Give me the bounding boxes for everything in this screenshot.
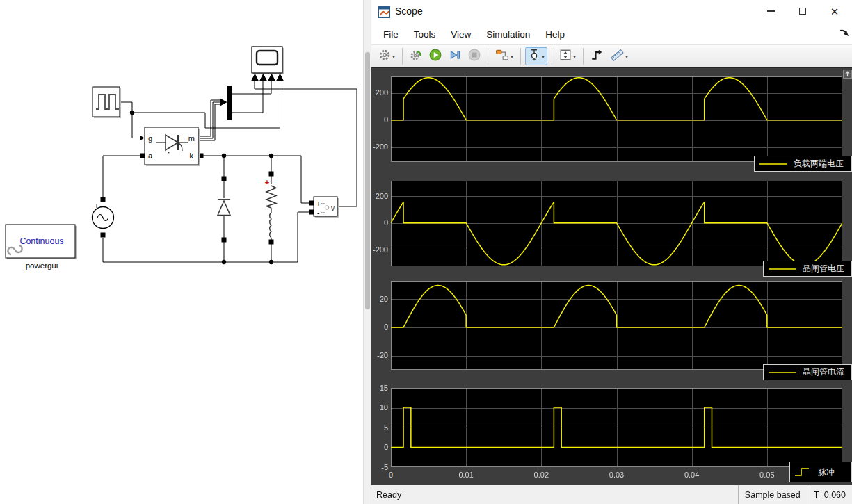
menu-simulation[interactable]: Simulation: [479, 26, 538, 42]
x-tick-label: 0.05: [752, 471, 782, 479]
legend-plot-0: 负载两端电压: [754, 156, 852, 172]
stop-button[interactable]: [465, 47, 483, 65]
element-ports: [101, 154, 314, 245]
minimize-button[interactable]: [753, 0, 788, 22]
legend-label: 晶闸管电压: [803, 263, 844, 275]
wire-cathode-bus[interactable]: [201, 156, 312, 203]
step-forward-button[interactable]: [446, 47, 464, 65]
thyristor-block[interactable]: g a m k: [145, 127, 200, 166]
menu-view[interactable]: View: [443, 26, 479, 42]
menu-tools[interactable]: Tools: [406, 26, 444, 42]
arrow-demux-in: [220, 99, 227, 106]
powergui-block[interactable]: Continuous powergui: [6, 225, 77, 270]
x-tick-label: 0.02: [526, 471, 556, 479]
dropdown-arrow-icon[interactable]: ▾: [625, 54, 628, 60]
block-diagram: g a m k: [0, 0, 371, 504]
signal-selector-button[interactable]: ▾: [492, 47, 516, 65]
vm-minus-label: -: [317, 209, 319, 217]
wire-demux-out1[interactable]: [232, 81, 271, 94]
y-tick-label: 20: [371, 295, 388, 304]
y-tick-label: -20: [371, 351, 388, 360]
scope-screen-icon: [257, 51, 278, 65]
y-tick-label: -200: [371, 143, 388, 152]
toolbar-separator: [520, 48, 521, 65]
signal-selector-icon: [495, 49, 509, 64]
dropdown-arrow-icon[interactable]: ▾: [392, 54, 395, 60]
rl-load-block[interactable]: +: [265, 178, 276, 238]
scope-plot-area[interactable]: 2000-200负载两端电压2000-200晶闸管电压200-20晶闸管电流15…: [371, 68, 852, 485]
maximize-button[interactable]: [785, 0, 820, 22]
powergui-name-label: powergui: [26, 261, 58, 270]
wire-vm-to-scope1[interactable]: [255, 81, 357, 206]
cursor-measure-button[interactable]: ▾: [525, 47, 547, 65]
toolbar-separator: [488, 48, 488, 65]
toolbar-separator: [552, 48, 552, 65]
menu-help[interactable]: Help: [538, 26, 572, 42]
x-tick-label: 0.04: [677, 471, 707, 479]
close-button[interactable]: ✕: [817, 0, 852, 22]
y-tick-label: 200: [371, 192, 388, 201]
simulink-canvas[interactable]: g a m k: [0, 0, 371, 504]
dropdown-arrow-icon[interactable]: ▾: [542, 54, 545, 60]
wire-m-bundle-2[interactable]: [198, 102, 220, 138]
arrow-gate: [140, 136, 145, 141]
run-button[interactable]: [426, 47, 444, 65]
y-tick-label: 10: [371, 403, 388, 412]
wire-bottom-bus[interactable]: [103, 212, 312, 262]
menubar: FileToolsViewSimulationHelp: [371, 24, 852, 44]
diode-symbol-icon: [218, 201, 230, 216]
wire-m-bundle-1[interactable]: [198, 100, 220, 136]
gear-icon: [378, 49, 391, 64]
scope-input-ports: [251, 74, 284, 81]
y-tick-label: 0: [371, 443, 388, 452]
cursor-measure-icon: [528, 49, 540, 64]
wire-demux-out2[interactable]: [232, 81, 263, 113]
legend-line-marker: [758, 161, 789, 168]
ac-voltage-source-block[interactable]: +: [93, 202, 114, 229]
toolbar: ▾▾▾▾▾: [371, 44, 852, 68]
port-label-a: a: [148, 152, 153, 160]
x-tick-label: 0.03: [602, 471, 632, 479]
legend-line-marker: [767, 266, 798, 273]
ruler-button[interactable]: ▾: [607, 47, 631, 65]
gear-button[interactable]: ▾: [376, 47, 398, 65]
wire-pulse-to-scope4[interactable]: [132, 81, 280, 128]
legend-plot-1: 晶闸管电压: [763, 261, 852, 277]
menu-file[interactable]: File: [376, 26, 406, 42]
scope-window: Scope ✕ FileToolsViewSimulationHelp ▾▾▾▾…: [371, 0, 852, 504]
scope-block[interactable]: [251, 47, 284, 81]
step-forward-icon: [449, 49, 461, 64]
vm-v-label: v: [331, 204, 335, 212]
status-cell-1: T=0.060: [807, 485, 852, 504]
gear-refresh-button[interactable]: [407, 47, 425, 65]
voltage-measurement-block[interactable]: + - v: [314, 197, 339, 218]
diode-block[interactable]: [218, 200, 230, 216]
wire-source-to-anode[interactable]: [103, 156, 142, 197]
pulse-generator-block[interactable]: [93, 87, 121, 118]
wire-pulse-to-gate[interactable]: [120, 102, 140, 138]
status-cell-0: Sample based: [738, 485, 807, 504]
y-tick-label: 200: [371, 88, 388, 97]
waveform-plot-0[interactable]: [391, 76, 842, 162]
inductor-icon: [270, 213, 271, 238]
scrollbar-thumb[interactable]: [365, 52, 370, 309]
waveform-plot-3[interactable]: [391, 388, 842, 467]
junction-dot: [222, 260, 226, 264]
expand-panel-button[interactable]: [843, 70, 852, 79]
waveform-plot-1[interactable]: [391, 181, 842, 266]
trigger-button[interactable]: [588, 47, 606, 65]
scope-app-icon: [378, 6, 390, 18]
waveform-plot-2[interactable]: [391, 281, 842, 370]
titlebar[interactable]: Scope ✕: [371, 0, 852, 24]
simulink-vertical-scrollbar[interactable]: [363, 0, 371, 504]
fit-view-button[interactable]: ▾: [556, 47, 579, 65]
resistor-icon: [266, 186, 276, 208]
dock-arrow-icon[interactable]: [839, 28, 849, 38]
powergui-mode-label: Continuous: [19, 236, 63, 246]
dropdown-arrow-icon[interactable]: ▾: [573, 54, 576, 60]
demux-block[interactable]: [227, 86, 232, 120]
wire-m-bundle-3[interactable]: [198, 104, 220, 140]
gear-refresh-icon: [410, 49, 422, 64]
dropdown-arrow-icon[interactable]: ▾: [511, 54, 513, 60]
close-icon: ✕: [830, 6, 839, 17]
